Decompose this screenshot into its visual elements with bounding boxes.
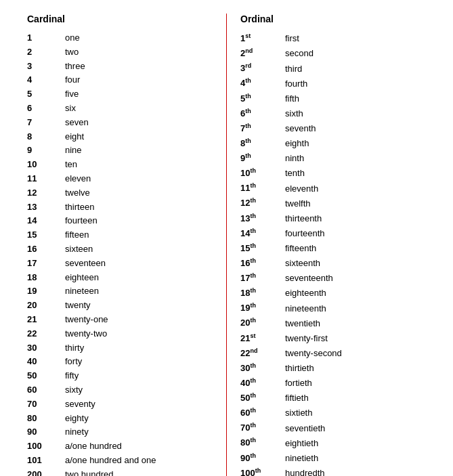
cardinal-number: 10	[27, 158, 61, 172]
cardinal-word: a/one hundred	[65, 439, 122, 454]
cardinal-number: 5	[27, 87, 61, 102]
ordinal-suffix: th	[250, 422, 256, 429]
ordinal-suffix: nd	[250, 347, 257, 354]
cardinal-word: twenty-one	[65, 313, 108, 327]
cardinal-word: thirteen	[65, 200, 94, 215]
cardinal-number: 40	[27, 355, 61, 369]
ordinal-number: 6th	[240, 106, 281, 121]
ordinal-suffix: th	[250, 362, 256, 369]
cardinal-word: eighty	[65, 412, 89, 426]
ordinal-suffix: th	[250, 197, 256, 204]
ordinal-suffix: th	[250, 377, 256, 384]
ordinal-suffix: th	[250, 167, 256, 174]
cardinal-word: two hundred	[65, 468, 114, 476]
ordinal-row: 40thfortieth	[240, 376, 426, 391]
ordinal-row: 8theighth	[240, 136, 426, 151]
cardinal-number: 20	[27, 299, 61, 313]
ordinal-number: 15th	[240, 241, 281, 256]
ordinal-row: 5thfifth	[240, 91, 426, 106]
cardinal-row: 4four	[27, 73, 213, 87]
cardinal-row: 30thirty	[27, 341, 213, 355]
ordinal-number: 90th	[240, 451, 281, 466]
ordinal-row: 22ndtwenty-second	[240, 346, 426, 361]
cardinal-row: 40forty	[27, 355, 213, 369]
cardinal-number: 70	[27, 397, 61, 412]
cardinal-number: 19	[27, 284, 61, 299]
cardinal-word: seventeen	[65, 257, 106, 271]
ordinal-word: seventh	[285, 122, 316, 136]
ordinal-number: 17th	[240, 271, 281, 286]
ordinal-number: 8th	[240, 136, 281, 151]
cardinal-number: 8	[27, 130, 61, 144]
cardinal-number: 18	[27, 271, 61, 285]
ordinal-number: 4th	[240, 76, 281, 91]
ordinal-row: 12thtwelfth	[240, 196, 426, 211]
cardinal-word: forty	[65, 355, 82, 369]
ordinal-suffix: th	[250, 228, 256, 234]
cardinal-row: 19nineteen	[27, 284, 213, 299]
ordinal-word: hundredth	[285, 467, 325, 476]
cardinal-word: five	[65, 87, 79, 102]
ordinal-row: 14thfourteenth	[240, 226, 426, 241]
ordinal-suffix: th	[245, 108, 251, 114]
ordinal-list: 1stfirst2ndsecond3rdthird4thfourth5thfif…	[240, 31, 426, 476]
ordinal-number: 18th	[240, 286, 281, 301]
cardinal-number: 2	[27, 45, 61, 60]
ordinal-suffix: th	[250, 317, 256, 324]
ordinal-row: 6thsixth	[240, 106, 426, 121]
ordinal-number: 30th	[240, 361, 281, 376]
ordinal-number: 40th	[240, 376, 281, 391]
cardinal-word: ninety	[65, 425, 89, 439]
ordinal-suffix: th	[245, 137, 251, 144]
ordinal-number: 80th	[240, 435, 281, 450]
cardinal-number: 22	[27, 327, 61, 341]
ordinal-word: third	[285, 62, 302, 77]
cardinal-word: two	[65, 45, 79, 60]
cardinal-word: twenty	[65, 299, 91, 313]
ordinal-suffix: st	[245, 33, 251, 39]
cardinal-row: 22twenty-two	[27, 327, 213, 341]
cardinal-number: 100	[27, 439, 61, 454]
ordinal-number: 16th	[240, 256, 281, 271]
ordinal-word: seventeenth	[285, 272, 333, 286]
ordinal-row: 20thtwentieth	[240, 316, 426, 330]
ordinal-suffix: th	[245, 152, 251, 159]
main-container: Cardinal 1one2two3three4four5five6six7se…	[0, 0, 453, 476]
cardinal-heading: Cardinal	[27, 14, 213, 24]
ordinal-word: fiftieth	[285, 391, 309, 406]
ordinal-number: 22nd	[240, 346, 281, 361]
cardinal-row: 1one	[27, 31, 213, 45]
ordinal-row: 70thseventieth	[240, 420, 426, 435]
cardinal-row: 80eighty	[27, 412, 213, 426]
ordinal-suffix: th	[250, 287, 256, 294]
cardinal-word: three	[65, 60, 85, 74]
ordinal-word: fifteenth	[285, 242, 316, 256]
ordinal-word: seventieth	[285, 422, 325, 436]
cardinal-row: 9nine	[27, 144, 213, 158]
ordinal-suffix: th	[250, 272, 256, 279]
cardinal-word: six	[65, 102, 76, 116]
ordinal-suffix: th	[250, 452, 256, 459]
ordinal-suffix: rd	[245, 62, 251, 69]
ordinal-word: twentieth	[285, 317, 320, 331]
ordinal-column: Ordinal 1stfirst2ndsecond3rdthird4thfour…	[227, 14, 433, 476]
cardinal-word: nine	[65, 144, 82, 158]
ordinal-suffix: th	[245, 123, 251, 129]
ordinal-word: fortieth	[285, 376, 312, 391]
cardinal-word: one	[65, 31, 80, 45]
ordinal-suffix: th	[250, 257, 256, 264]
ordinal-row: 90thninetieth	[240, 451, 426, 466]
cardinal-row: 11eleven	[27, 172, 213, 186]
ordinal-suffix: th	[250, 242, 256, 249]
ordinal-row: 9thninth	[240, 151, 426, 166]
cardinal-word: thirty	[65, 341, 84, 355]
ordinal-number: 100th	[240, 466, 281, 476]
cardinal-row: 6six	[27, 102, 213, 116]
ordinal-word: nineteenth	[285, 302, 326, 316]
cardinal-row: 16sixteen	[27, 242, 213, 257]
ordinal-row: 11theleventh	[240, 181, 426, 196]
ordinal-row: 13ththirteenth	[240, 211, 426, 226]
ordinal-suffix: nd	[245, 47, 253, 54]
cardinal-row: 21twenty-one	[27, 313, 213, 327]
ordinal-row: 10thtenth	[240, 166, 426, 181]
